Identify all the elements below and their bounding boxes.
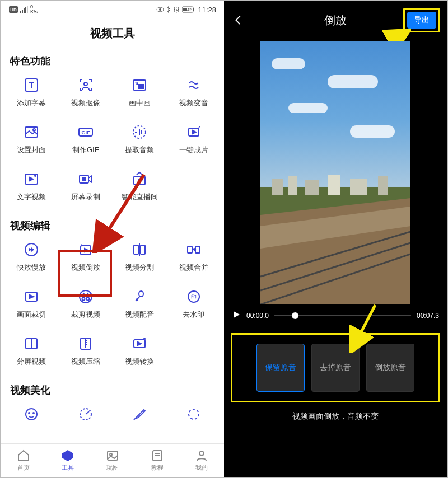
nav-tutorial[interactable]: 教程 (151, 449, 164, 472)
svg-point-49 (189, 409, 199, 419)
tool-label: 快放慢放 (17, 263, 46, 273)
face-icon (23, 406, 40, 423)
play-button[interactable] (232, 310, 241, 321)
tool-make-gif[interactable]: GIF制作GIF (59, 120, 113, 165)
option-remove-audio[interactable]: 去掉原音 (311, 344, 360, 392)
tool-split-screen[interactable]: 分屏视频 (4, 332, 59, 377)
right-header: 倒放 导出 (224, 1, 447, 39)
tool-video-cutout[interactable]: 视频抠像 (59, 73, 113, 118)
tool-dub[interactable]: 视频配音 (113, 285, 167, 330)
export-button[interactable]: 导出 (407, 12, 436, 29)
nav-mine[interactable]: 我的 (195, 449, 208, 472)
tool-label: 分屏视频 (17, 357, 46, 367)
svg-text:印: 印 (191, 294, 197, 300)
tool-split[interactable]: 视频分割 (113, 238, 167, 283)
nav-label: 我的 (195, 463, 208, 472)
tool-label: 视频合并 (179, 263, 208, 273)
tool-label: 智能直播间 (122, 192, 158, 202)
progress-track[interactable] (274, 315, 411, 316)
split-screen-icon (23, 335, 40, 352)
tool-voice-change[interactable]: 视频变音 (167, 73, 221, 118)
option-keep-audio[interactable]: 保留原音 (256, 344, 305, 392)
nav-label: 工具 (62, 463, 74, 472)
tool-label: 裁剪视频 (71, 310, 100, 320)
svg-text:GIF: GIF (81, 130, 90, 135)
tool-trim[interactable]: 裁剪视频 (59, 285, 113, 330)
tool-label: 视频抠像 (71, 98, 100, 108)
portrait-scan-icon (77, 77, 94, 93)
status-bar: HD 0K/s 42 11:28 (1, 1, 224, 17)
tool-beauty-1[interactable] (4, 402, 59, 433)
tool-label: 提取音频 (125, 145, 154, 155)
convert-icon (131, 335, 148, 352)
svg-text:42: 42 (188, 8, 192, 12)
home-icon (17, 449, 30, 462)
tool-grid-featured: 添加字幕 视频抠像 画中画 视频变音 设置封面 GIF制作GIF 提取音频 一键… (1, 73, 224, 215)
svg-rect-58 (288, 176, 297, 195)
progress-knob[interactable] (292, 312, 298, 319)
text-box-icon (23, 77, 40, 93)
option-reverse-audio[interactable]: 倒放原音 (366, 344, 414, 392)
tool-label: 文字视频 (17, 192, 46, 202)
tool-extract-audio[interactable]: 提取音频 (113, 120, 167, 165)
tool-beauty-3[interactable] (113, 402, 167, 433)
svg-point-8 (159, 8, 161, 11)
tool-compress[interactable]: 视频压缩 (59, 332, 113, 377)
fast-forward-icon (23, 241, 40, 258)
svg-point-45 (26, 409, 37, 420)
tool-grid-beauty (1, 402, 224, 436)
tool-beauty-2[interactable] (59, 402, 113, 433)
tool-smart-live[interactable]: 智能直播间 (113, 167, 167, 212)
tool-speed[interactable]: 快放慢放 (4, 238, 59, 283)
alarm-icon (173, 6, 180, 13)
nav-home[interactable]: 首页 (17, 449, 30, 472)
right-phone-screen: 倒放 导出 (224, 1, 447, 477)
nav-label: 首页 (17, 463, 30, 472)
svg-rect-17 (139, 85, 144, 88)
play-icon (232, 310, 241, 319)
video-preview[interactable] (260, 41, 410, 304)
audio-extract-icon (131, 124, 148, 140)
tool-label: 视频分割 (125, 263, 154, 273)
split-icon (131, 241, 148, 258)
tool-auto-edit[interactable]: 一键成片 (167, 120, 221, 165)
image-icon (23, 124, 40, 140)
tool-screen-record[interactable]: 屏幕录制 (59, 167, 113, 212)
tool-picture-in-picture[interactable]: 画中画 (113, 73, 167, 118)
crop-play-icon (23, 288, 40, 305)
tool-convert[interactable]: 视频转换 (113, 332, 167, 377)
tool-label: 添加字幕 (17, 98, 46, 108)
svg-rect-57 (272, 179, 283, 195)
back-button[interactable] (231, 12, 246, 28)
page-title: 视频工具 (1, 17, 224, 51)
tool-label: 画面裁切 (17, 310, 46, 320)
tool-add-subtitle[interactable]: 添加字幕 (4, 73, 59, 118)
tool-set-cover[interactable]: 设置封面 (4, 120, 59, 165)
svg-rect-51 (108, 451, 118, 460)
tool-crop[interactable]: 画面裁切 (4, 285, 59, 330)
left-phone-screen: HD 0K/s 42 11:28 视频工具 特色功能 添加字幕 视频抠像 画中画… (1, 1, 224, 477)
tool-label: 视频倒放 (71, 263, 100, 273)
tool-remove-watermark[interactable]: 印去水印 (167, 285, 221, 330)
book-icon (151, 449, 164, 462)
section-title-beauty: 视频美化 (1, 380, 224, 402)
image-nav-icon (106, 449, 119, 462)
svg-point-19 (33, 129, 35, 131)
annotation-export-highlight: 导出 (403, 8, 440, 32)
tool-reverse[interactable]: 视频倒放 (59, 238, 113, 283)
live-icon (131, 171, 148, 188)
nav-tools[interactable]: 工具 (61, 449, 74, 472)
tool-label: 视频配音 (125, 310, 154, 320)
tool-label: 视频转换 (125, 357, 154, 367)
svg-point-15 (84, 82, 87, 86)
merge-icon (185, 241, 202, 258)
svg-rect-33 (188, 246, 192, 253)
tool-text-video[interactable]: 文字视频 (4, 167, 59, 212)
svg-rect-60 (328, 175, 340, 195)
tool-beauty-4[interactable] (167, 402, 221, 433)
tool-merge[interactable]: 视频合并 (167, 238, 221, 283)
sparkle-ring-icon (185, 406, 202, 423)
hd-icon: HD (9, 6, 18, 13)
nav-play-image[interactable]: 玩图 (106, 449, 119, 472)
svg-rect-2 (20, 11, 21, 13)
